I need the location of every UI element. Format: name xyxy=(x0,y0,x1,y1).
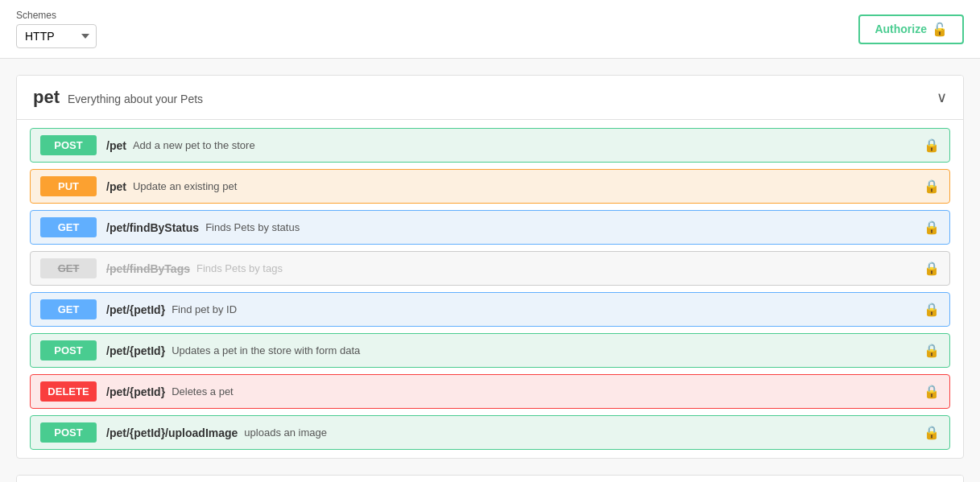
endpoint-row-pet-7[interactable]: POST /pet/{petId}/uploadImage uploads an… xyxy=(30,415,950,450)
endpoint-summary-pet-7: uploads an image xyxy=(244,426,327,439)
section-name-pet: pet xyxy=(33,87,60,108)
endpoint-summary-pet-6: Deletes a pet xyxy=(172,385,234,398)
endpoint-row-pet-1[interactable]: PUT /pet Update an existing pet 🔒 xyxy=(30,169,950,204)
endpoint-path-pet-2: /pet/findByStatus xyxy=(106,221,199,234)
main-content: pet Everything about your Pets ∨ POST /p… xyxy=(0,59,980,482)
schemes-section: Schemes HTTP HTTPS xyxy=(16,10,97,48)
schemes-label: Schemes xyxy=(16,10,97,21)
lock-icon: 🔓 xyxy=(932,22,948,37)
lock-icon-pet-0: 🔒 xyxy=(924,138,940,153)
lock-icon-pet-6: 🔒 xyxy=(924,384,940,399)
endpoint-path-pet-6: /pet/{petId} xyxy=(106,385,165,398)
endpoint-row-pet-3[interactable]: GET /pet/findByTags Finds Pets by tags 🔒 xyxy=(30,251,950,286)
method-badge-pet-4: GET xyxy=(40,299,97,319)
method-badge-pet-3: GET xyxy=(40,258,97,278)
lock-icon-pet-4: 🔒 xyxy=(924,302,940,317)
endpoints-pet: POST /pet Add a new pet to the store 🔒 P… xyxy=(17,120,963,458)
endpoint-summary-pet-0: Add a new pet to the store xyxy=(133,139,255,151)
authorize-button[interactable]: Authorize 🔓 xyxy=(858,14,964,44)
method-badge-pet-5: POST xyxy=(40,340,97,360)
section-pet: pet Everything about your Pets ∨ POST /p… xyxy=(16,75,964,459)
endpoint-summary-pet-3: Finds Pets by tags xyxy=(196,262,283,274)
section-header-pet[interactable]: pet Everything about your Pets ∨ xyxy=(17,76,963,120)
endpoint-row-pet-0[interactable]: POST /pet Add a new pet to the store 🔒 xyxy=(30,128,950,163)
endpoint-row-pet-6[interactable]: DELETE /pet/{petId} Deletes a pet 🔒 xyxy=(30,374,950,409)
endpoint-row-pet-5[interactable]: POST /pet/{petId} Updates a pet in the s… xyxy=(30,333,950,368)
lock-icon-pet-5: 🔒 xyxy=(924,343,940,358)
method-badge-pet-7: POST xyxy=(40,422,97,443)
endpoint-summary-pet-1: Update an existing pet xyxy=(133,180,237,192)
authorize-label: Authorize xyxy=(875,23,927,35)
lock-icon-pet-2: 🔒 xyxy=(924,220,940,235)
endpoint-row-pet-4[interactable]: GET /pet/{petId} Find pet by ID 🔒 xyxy=(30,292,950,327)
endpoint-path-pet-7: /pet/{petId}/uploadImage xyxy=(106,426,238,439)
endpoint-summary-pet-4: Find pet by ID xyxy=(172,303,237,315)
endpoint-path-pet-3: /pet/findByTags xyxy=(106,262,190,275)
method-badge-pet-1: PUT xyxy=(40,176,97,196)
section-header-store[interactable]: store Access to Petstore orders ∨ xyxy=(17,476,963,482)
section-title-pet: pet Everything about your Pets xyxy=(33,87,203,108)
lock-icon-pet-3: 🔒 xyxy=(924,261,940,276)
section-desc-pet: Everything about your Pets xyxy=(68,93,203,105)
endpoint-summary-pet-5: Updates a pet in the store with form dat… xyxy=(172,344,360,356)
endpoint-path-pet-0: /pet xyxy=(106,139,126,152)
lock-icon-pet-1: 🔒 xyxy=(924,179,940,194)
schemes-select[interactable]: HTTP HTTPS xyxy=(16,24,97,48)
endpoint-summary-pet-2: Finds Pets by status xyxy=(205,221,300,233)
endpoint-path-pet-1: /pet xyxy=(106,180,126,193)
method-badge-pet-0: POST xyxy=(40,135,97,155)
endpoint-row-pet-2[interactable]: GET /pet/findByStatus Finds Pets by stat… xyxy=(30,210,950,245)
method-badge-pet-6: DELETE xyxy=(40,381,97,402)
method-badge-pet-2: GET xyxy=(40,217,97,237)
endpoint-path-pet-5: /pet/{petId} xyxy=(106,344,165,357)
section-store: store Access to Petstore orders ∨ xyxy=(16,475,964,482)
lock-icon-pet-7: 🔒 xyxy=(924,425,940,440)
top-bar: Schemes HTTP HTTPS Authorize 🔓 xyxy=(0,0,980,59)
chevron-icon-pet: ∨ xyxy=(937,89,947,106)
endpoint-path-pet-4: /pet/{petId} xyxy=(106,303,165,316)
